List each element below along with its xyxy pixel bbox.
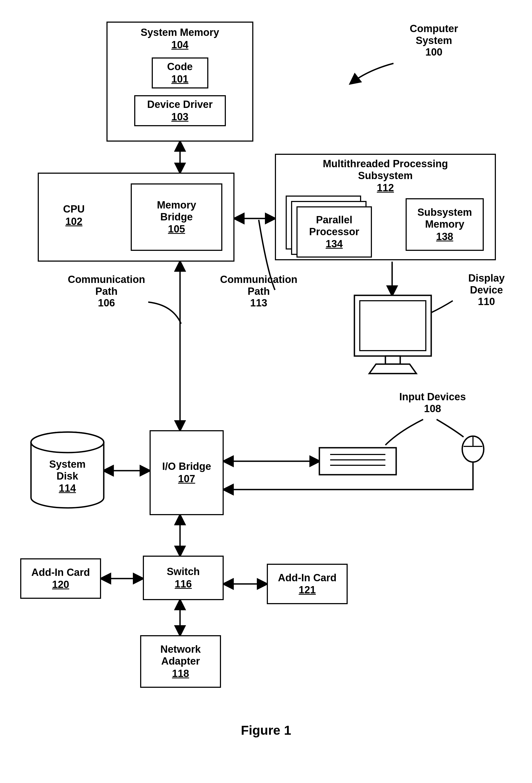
memory-bridge-box: Memory Bridge 105: [131, 183, 222, 251]
system-disk-label: System Disk 114: [38, 459, 97, 494]
comm-path-b-label: Communication Path 113: [213, 274, 304, 309]
svg-rect-12: [355, 295, 431, 356]
cpu-title: CPU: [63, 203, 85, 215]
svg-point-11: [31, 432, 104, 452]
system-memory-title: System Memory: [141, 27, 219, 38]
svg-rect-15: [319, 448, 396, 475]
code-num: 101: [171, 73, 188, 85]
addin-right-box: Add-In Card 121: [267, 564, 348, 604]
switch-num: 116: [175, 578, 192, 590]
comm-path-a-label: Communication Path 106: [61, 274, 152, 309]
mtp-title: Multithreaded Processing Subsystem: [323, 158, 448, 182]
addin-left-title: Add-In Card: [31, 567, 90, 578]
diagram-canvas: Computer System 100 System Memory 104 Co…: [0, 0, 532, 783]
cpu-num: 102: [63, 216, 85, 227]
system-memory-num: 104: [171, 39, 188, 51]
subsystem-memory-num: 138: [436, 231, 453, 243]
network-adapter-box: Network Adapter 118: [140, 635, 221, 688]
computer-system-label: Computer System 100: [394, 23, 474, 58]
display-device-label: Display Device 110: [453, 273, 520, 308]
network-adapter-num: 118: [172, 668, 189, 680]
addin-left-box: Add-In Card 120: [20, 558, 101, 599]
parallel-processor-box: Parallel Processor 134: [296, 206, 372, 258]
code-title: Code: [167, 61, 193, 73]
parallel-processor-num: 134: [326, 238, 342, 250]
network-adapter-title: Network Adapter: [160, 644, 201, 667]
svg-point-19: [462, 436, 484, 462]
subsystem-memory-box: Subsystem Memory 138: [406, 198, 484, 251]
memory-bridge-num: 105: [168, 223, 185, 235]
mtp-num: 112: [377, 182, 394, 194]
addin-right-title: Add-In Card: [278, 572, 336, 584]
svg-rect-13: [360, 301, 426, 351]
io-bridge-num: 107: [178, 473, 195, 485]
device-driver-num: 103: [171, 111, 188, 123]
device-driver-title: Device Driver: [147, 99, 213, 111]
addin-left-num: 120: [52, 579, 69, 590]
svg-rect-14: [386, 356, 400, 364]
io-bridge-box: I/O Bridge 107: [149, 430, 224, 515]
device-driver-box: Device Driver 103: [134, 95, 226, 126]
subsystem-memory-title: Subsystem Memory: [418, 207, 472, 230]
code-box: Code 101: [152, 58, 208, 89]
figure-caption: Figure 1: [0, 723, 532, 738]
switch-box: Switch 116: [143, 556, 224, 600]
memory-bridge-title: Memory Bridge: [157, 199, 196, 223]
switch-title: Switch: [167, 566, 200, 578]
addin-right-num: 121: [299, 584, 315, 596]
io-bridge-title: I/O Bridge: [162, 461, 211, 473]
parallel-processor-title: Parallel Processor: [309, 214, 359, 238]
svg-point-10: [31, 432, 104, 452]
system-memory-box: System Memory 104 Code 101 Device Driver…: [106, 22, 253, 142]
input-devices-label: Input Devices 108: [386, 391, 480, 414]
